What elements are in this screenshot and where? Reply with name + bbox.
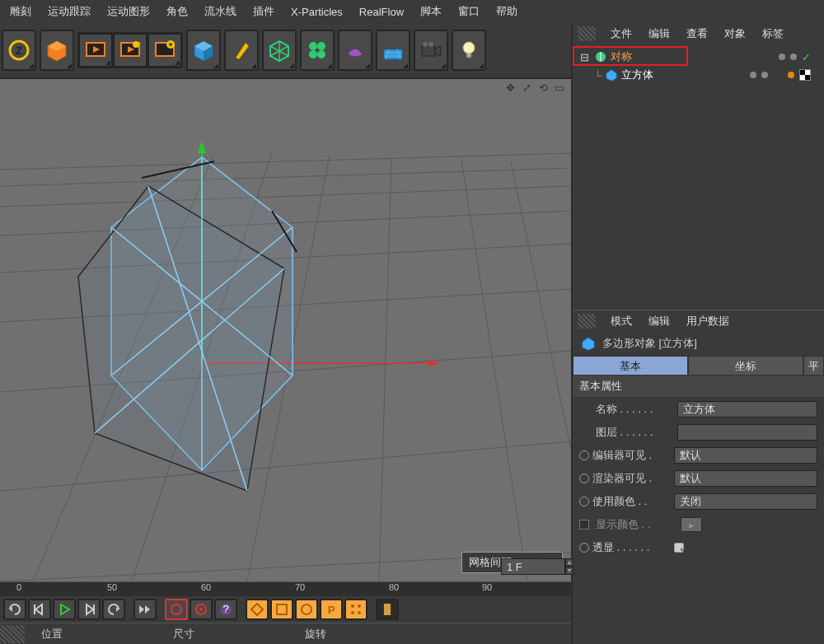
tab-coord[interactable]: 坐标 xyxy=(688,356,803,376)
color-picker[interactable]: ▸ xyxy=(681,517,702,532)
attr-title-text: 多边形对象 [立方体] xyxy=(602,336,697,351)
record-button[interactable] xyxy=(165,599,188,620)
attr-menu-mode[interactable]: 模式 xyxy=(602,311,640,331)
render-view-button[interactable] xyxy=(79,34,112,67)
om-menu-object[interactable]: 对象 xyxy=(716,24,754,44)
grip-icon[interactable] xyxy=(578,314,596,329)
light-button[interactable] xyxy=(452,30,486,71)
zoom-view-icon[interactable]: ⤢ xyxy=(520,81,533,94)
nurbs-button[interactable] xyxy=(262,30,297,71)
deformer-button[interactable] xyxy=(338,30,372,71)
prev-key-button[interactable] xyxy=(28,599,51,620)
svg-line-26 xyxy=(0,168,571,186)
environment-button[interactable] xyxy=(376,30,410,71)
prop-label: 图层 . . . . . . xyxy=(596,425,674,440)
key-move-button[interactable] xyxy=(246,599,269,620)
key-param-button[interactable]: P xyxy=(320,599,343,620)
frame-up-button[interactable]: ▲ xyxy=(565,558,574,567)
attr-menu-edit[interactable]: 编辑 xyxy=(640,311,678,331)
cube-object-button[interactable] xyxy=(186,30,221,71)
menu-motiontrack[interactable]: 运动跟踪 xyxy=(40,1,99,22)
name-field[interactable]: 立方体 xyxy=(677,401,817,418)
spline-pen-button[interactable] xyxy=(224,30,259,71)
autokey-button[interactable] xyxy=(190,599,213,620)
timeline-ruler[interactable]: 0 50 60 70 80 90 xyxy=(0,581,571,596)
menu-character[interactable]: 角色 xyxy=(158,1,196,22)
tab-basic[interactable]: 基本 xyxy=(573,356,688,376)
om-menu-edit[interactable]: 编辑 xyxy=(640,24,678,44)
key-scale-button[interactable] xyxy=(270,599,293,620)
polygon-object-icon xyxy=(581,336,596,351)
keyframe-options-button[interactable]: ? xyxy=(214,599,237,620)
enable-check-icon[interactable]: ✓ xyxy=(802,51,811,63)
frame-view-icon[interactable]: ▭ xyxy=(553,81,566,94)
ruler-tick: 60 xyxy=(201,582,211,592)
key-pla-button[interactable] xyxy=(344,599,368,620)
menu-sculpt[interactable]: 雕刻 xyxy=(2,1,40,22)
move-view-icon[interactable]: ✥ xyxy=(503,81,517,94)
redo-button[interactable]: Z xyxy=(2,30,36,71)
render-settings-button[interactable] xyxy=(148,34,181,67)
frame-down-button[interactable]: ▼ xyxy=(565,567,574,575)
radio-icon[interactable] xyxy=(579,450,589,460)
grip-icon[interactable] xyxy=(0,625,25,643)
main-menubar: 雕刻 运动跟踪 运动图形 角色 流水线 插件 X-Particles RealF… xyxy=(0,0,824,23)
uv-tag-icon[interactable] xyxy=(799,69,811,81)
fast-forward-button[interactable] xyxy=(133,599,157,620)
menu-script[interactable]: 脚本 xyxy=(412,1,450,22)
ruler-tick: 80 xyxy=(389,582,399,592)
menu-mograph[interactable]: 运动图形 xyxy=(99,1,158,22)
om-menu-tags[interactable]: 标签 xyxy=(754,24,792,44)
menu-pipeline[interactable]: 流水线 xyxy=(196,1,245,22)
primitive-cube-button[interactable] xyxy=(40,30,74,71)
use-color-field[interactable]: 关闭 xyxy=(674,493,817,510)
menu-plugins[interactable]: 插件 xyxy=(245,1,283,22)
svg-text:?: ? xyxy=(222,603,228,615)
tag-icon[interactable] xyxy=(788,72,794,78)
rotate-view-icon[interactable]: ⟲ xyxy=(536,81,550,94)
radio-icon[interactable] xyxy=(579,543,589,553)
attr-menu-userdata[interactable]: 用户数据 xyxy=(678,311,737,331)
camera-button[interactable] xyxy=(414,30,448,71)
render-dot-icon[interactable] xyxy=(790,54,797,60)
key-rotate-button[interactable] xyxy=(295,599,318,620)
tree-row-cube[interactable]: └ 立方体 xyxy=(578,66,819,84)
tree-label[interactable]: 立方体 xyxy=(621,68,653,82)
viewport[interactable]: ✥ ⤢ ⟲ ▭ 网格间距 : 100 cm xyxy=(0,79,571,581)
render-vis-field[interactable]: 默认 xyxy=(674,470,817,487)
editor-vis-field[interactable]: 默认 xyxy=(674,447,817,464)
grip-icon[interactable] xyxy=(578,26,596,41)
svg-point-71 xyxy=(358,604,361,608)
next-key-button[interactable] xyxy=(77,599,101,620)
svg-line-39 xyxy=(511,161,571,450)
checkbox-icon[interactable] xyxy=(579,520,589,530)
current-frame-field[interactable]: 1 F xyxy=(501,558,565,575)
radio-icon[interactable] xyxy=(579,497,589,506)
film-strip-button[interactable] xyxy=(376,599,399,620)
radio-icon[interactable] xyxy=(579,474,589,483)
om-menu-view[interactable]: 查看 xyxy=(678,24,716,44)
ruler-tick: 70 xyxy=(295,582,305,592)
right-panel: 文件 编辑 查看 对象 标签 ⊟ 对称 ✓ └ 立方体 xyxy=(571,23,824,644)
tree-row-symmetry[interactable]: ⊟ 对称 ✓ xyxy=(578,48,819,66)
visibility-dot-icon[interactable] xyxy=(750,72,756,78)
menu-xparticles[interactable]: X-Particles xyxy=(283,2,351,21)
layer-field[interactable] xyxy=(677,424,817,441)
menu-window[interactable]: 窗口 xyxy=(450,1,488,22)
generator-button[interactable] xyxy=(300,30,335,71)
object-tree[interactable]: ⊟ 对称 ✓ └ 立方体 xyxy=(573,44,824,87)
tree-label[interactable]: 对称 xyxy=(611,49,632,64)
menu-realflow[interactable]: RealFlow xyxy=(351,2,412,21)
section-basic-props: 基本属性 xyxy=(573,376,824,398)
render-picture-button[interactable] xyxy=(114,34,147,67)
om-menu-file[interactable]: 文件 xyxy=(602,24,640,44)
play-button[interactable] xyxy=(53,599,76,620)
tab-phong[interactable]: 平 xyxy=(803,356,824,376)
menu-help[interactable]: 帮助 xyxy=(488,1,526,22)
render-dot-icon[interactable] xyxy=(761,72,768,78)
visibility-dot-icon[interactable] xyxy=(779,54,785,60)
expand-icon[interactable]: ⊟ xyxy=(578,50,591,63)
goto-end-button[interactable] xyxy=(102,599,125,620)
checkbox-icon[interactable]: ✎ xyxy=(674,543,684,553)
goto-start-button[interactable] xyxy=(3,599,26,620)
